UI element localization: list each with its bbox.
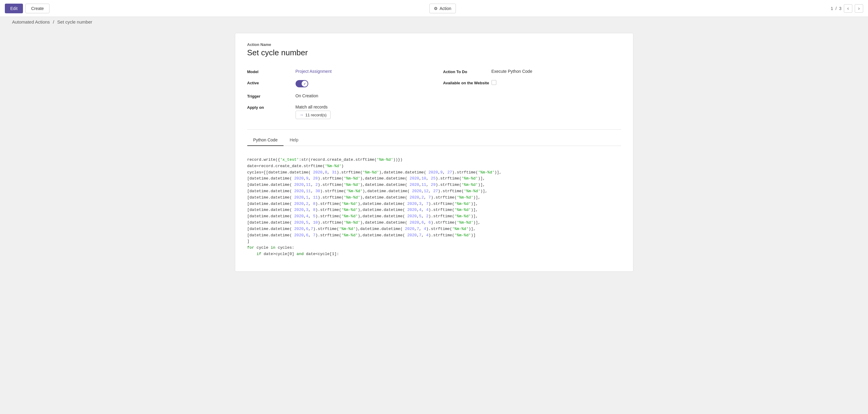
pagination-current: 1 [831,6,833,11]
pagination-separator: / [835,6,837,11]
action-name-label: Action Name [247,42,621,47]
pagination: 1 / 3 ‹ › [831,4,863,13]
breadcrumb-parent[interactable]: Automated Actions [12,19,50,25]
action-name-title: Set cycle number [247,48,621,57]
breadcrumb-separator: / [53,19,54,25]
model-row: Model Project Assignment [247,66,425,77]
toggle-knob [302,81,308,87]
trigger-label: Trigger [247,93,296,98]
records-label: 11 record(s) [306,113,327,117]
action-to-do-value: Execute Python Code [492,69,532,74]
breadcrumb: Automated Actions / Set cycle number [0,17,868,27]
divider [247,129,621,130]
create-button[interactable]: Create [25,4,50,13]
main-content: Action Name Set cycle number Model Proje… [0,27,868,278]
pagination-next-button[interactable]: › [855,4,863,13]
gear-icon: ⚙ [434,6,438,11]
active-toggle-wrapper [296,80,308,87]
tab-help[interactable]: Help [283,135,304,146]
action-button-label: Action [440,6,452,11]
breadcrumb-current: Set cycle number [57,19,92,25]
action-to-do-row: Action To Do Execute Python Code [443,66,621,77]
action-button[interactable]: ⚙ Action [429,4,456,13]
trigger-value: On Creation [296,93,318,98]
edit-button[interactable]: Edit [5,4,23,13]
model-value[interactable]: Project Assignment [296,69,332,74]
action-to-do-label: Action To Do [443,69,492,74]
form-grid: Model Project Assignment Active Trigger … [247,66,621,122]
active-toggle[interactable] [296,80,308,87]
available-website-label: Available on the Website [443,80,492,85]
available-website-checkbox-wrapper [492,80,496,85]
top-bar: Edit Create ⚙ Action 1 / 3 ‹ › [0,0,868,17]
apply-on-label: Apply on [247,105,296,110]
tabs: Python Code Help [247,135,621,146]
form-right: Action To Do Execute Python Code Availab… [443,66,621,122]
apply-on-row: Apply on Match all records → 11 record(s… [247,101,425,122]
toolbar-buttons: Edit Create [5,4,50,13]
apply-on-section: Match all records → 11 record(s) [296,105,331,119]
form-card: Action Name Set cycle number Model Proje… [235,33,633,272]
pagination-prev-button[interactable]: ‹ [844,4,852,13]
pagination-total: 3 [839,6,841,11]
available-website-checkbox[interactable] [492,80,496,85]
apply-on-value: Match all records [296,105,331,109]
trigger-row: Trigger On Creation [247,90,425,101]
active-row: Active [247,77,425,90]
available-website-row: Available on the Website [443,77,621,88]
form-left: Model Project Assignment Active Trigger … [247,66,425,122]
active-label: Active [247,80,296,85]
model-label: Model [247,69,296,74]
records-button[interactable]: → 11 record(s) [296,111,331,119]
tab-python-code[interactable]: Python Code [247,135,284,146]
code-block: record.write({'x_test':str(record.create… [247,152,621,262]
action-name-section: Action Name Set cycle number [247,42,621,57]
arrow-icon: → [300,112,304,117]
